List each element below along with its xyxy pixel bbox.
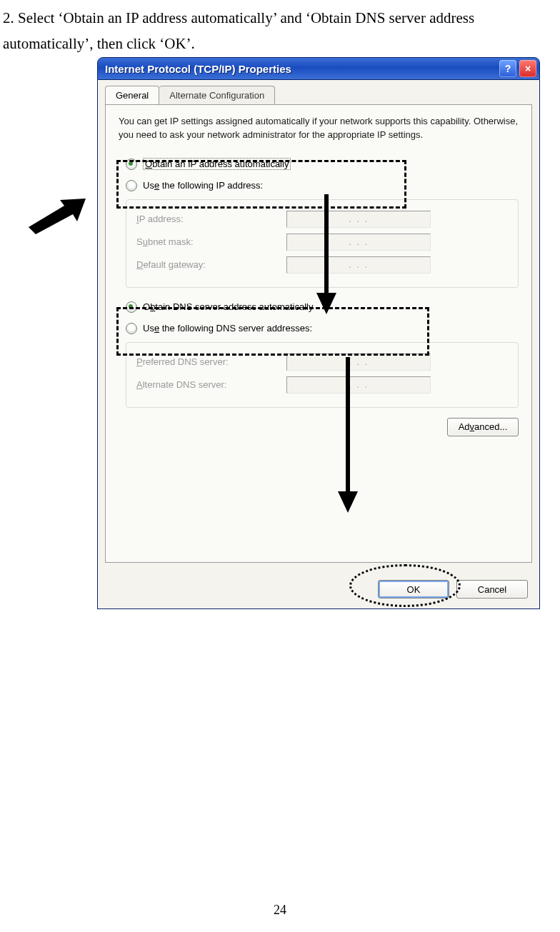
cancel-button[interactable]: Cancel [456,580,528,598]
callout-arrow-icon [29,199,86,234]
help-icon: ? [505,63,511,74]
radio-obtain-ip-auto[interactable]: Obtain an IP address automatically [126,155,519,174]
tab-alternate-configuration[interactable]: Alternate Configuration [159,86,275,104]
svg-marker-0 [29,199,86,234]
tcpip-properties-dialog: Internet Protocol (TCP/IP) Properties ? … [97,57,540,608]
default-gateway-field: . . . [286,256,431,274]
tab-panel-general: You can get IP settings assigned automat… [105,104,532,563]
instruction-text: 2. Select ‘Obtain an IP address automati… [3,6,554,56]
tab-general[interactable]: General [105,86,159,104]
close-button[interactable]: × [519,60,536,77]
radio-icon [126,323,137,334]
subnet-mask-field: . . . [286,234,431,251]
alternate-dns-label: Alternate DNS server: [136,379,286,390]
description-text: You can get IP settings assigned automat… [119,115,519,142]
ok-button[interactable]: OK [378,580,449,598]
subnet-mask-label: Subnet mask: [136,236,286,247]
ip-address-label: IP address: [136,214,286,224]
radio-use-following-dns[interactable]: Use the following DNS server addresses: [126,319,519,338]
preferred-dns-field: . . . [286,354,431,371]
radio-label: Use the following DNS server addresses: [143,323,312,334]
radio-icon [126,180,137,191]
tabstrip: General Alternate Configuration [105,86,275,104]
dialog-body: General Alternate Configuration You can … [97,80,540,609]
ip-address-field: . . . [286,211,431,228]
radio-icon [126,159,137,170]
radio-obtain-dns-auto[interactable]: Obtain DNS server address automatically [126,298,519,316]
radio-use-following-ip[interactable]: Use the following IP address: [126,176,519,195]
radio-label: Obtain an IP address automatically [143,158,291,170]
radio-label: Use the following IP address: [143,180,263,191]
preferred-dns-label: Preferred DNS server: [136,356,286,367]
default-gateway-label: Default gateway: [136,259,286,270]
dialog-title: Internet Protocol (TCP/IP) Properties [101,63,496,75]
page-number: 24 [0,903,560,918]
radio-icon [126,301,137,313]
ip-fields-group: IP address: . . . Subnet mask: . . . Def… [126,199,519,288]
advanced-button[interactable]: Advanced... [447,418,519,436]
alternate-dns-field: . . . [286,376,431,394]
dns-fields-group: Preferred DNS server: . . . Alternate DN… [126,342,519,408]
titlebar: Internet Protocol (TCP/IP) Properties ? … [97,57,540,80]
radio-label: Obtain DNS server address automatically [143,301,313,312]
close-icon: × [525,63,531,74]
help-button[interactable]: ? [499,60,516,77]
dialog-button-row: OK Cancel [378,580,528,598]
